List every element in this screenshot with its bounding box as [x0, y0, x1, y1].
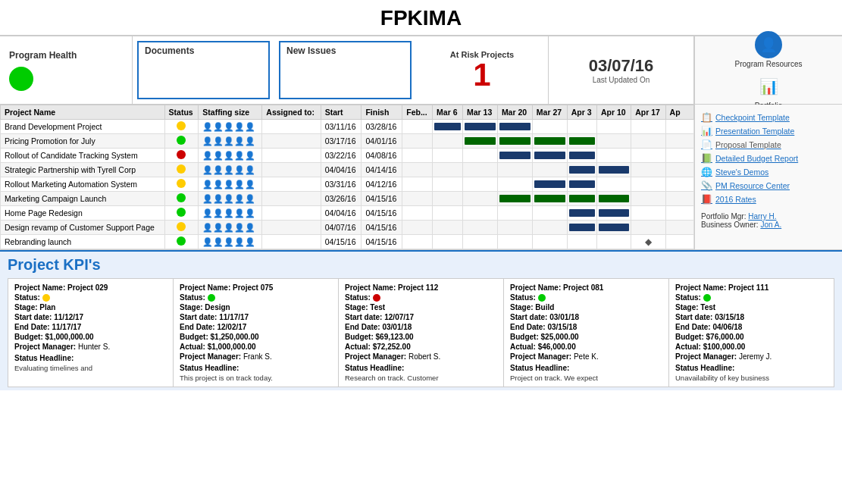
status-cell — [164, 134, 199, 149]
kpi-start: Start date: 03/15/18 — [675, 313, 828, 321]
staffing-cell: 👤👤👤👤👤 — [199, 221, 262, 235]
gantt-cell — [567, 120, 596, 134]
kpi-budget: Budget: $76,000.00 — [675, 333, 828, 341]
program-resources-link[interactable]: 👤 Program Resources — [735, 31, 803, 68]
sidebar-link-icon: 📊 — [701, 126, 712, 136]
last-updated-label: Last Updated On — [593, 76, 650, 84]
start-cell: 04/04/16 — [321, 206, 362, 221]
gantt-cell — [631, 163, 665, 177]
gantt-cell — [462, 177, 497, 192]
gantt-cell — [532, 221, 567, 235]
staffing-cell: 👤👤👤👤👤 — [199, 192, 262, 206]
kpi-section: Project KPI's Project Name: Project 029 … — [0, 250, 842, 390]
finish-cell: 04/15/16 — [362, 235, 402, 249]
assigned-cell — [262, 206, 321, 221]
gantt-cell — [532, 192, 567, 206]
sidebar-link-item[interactable]: 🌐Steve's Demos — [701, 165, 836, 179]
gantt-bar — [534, 180, 565, 188]
gantt-cell — [402, 177, 433, 192]
gantt-cell — [497, 134, 532, 149]
gantt-cell — [665, 149, 693, 163]
status-dot — [177, 179, 186, 188]
col-mar13: Mar 13 — [462, 105, 497, 120]
col-apr-more: Ap — [665, 105, 693, 120]
status-cell — [164, 235, 199, 249]
gantt-cell — [532, 235, 567, 249]
sidebar-link-item[interactable]: 📄Proposal Template — [701, 138, 836, 152]
gantt-cell — [665, 177, 693, 192]
program-health-label: Program Health — [9, 50, 77, 61]
gantt-cell — [596, 163, 631, 177]
kpi-start: Start date: 12/07/17 — [345, 313, 497, 321]
kpi-project-name: Project Name: Project 111 — [675, 283, 828, 292]
portfolio-mgr-name[interactable]: Harry H. — [748, 212, 776, 221]
sidebar-link-item[interactable]: 📋Checkpoint Template — [701, 111, 836, 124]
assigned-cell — [262, 221, 321, 235]
table-row: Home Page Redesign👤👤👤👤👤04/04/1604/15/16 — [1, 206, 694, 221]
kpi-headline: Status Headline: — [14, 354, 167, 362]
gantt-cell — [567, 235, 596, 249]
gantt-bar — [465, 123, 496, 130]
gantt-cell — [532, 149, 567, 163]
last-updated-date: 03/07/16 — [589, 56, 654, 76]
gantt-bar — [534, 137, 565, 145]
staffing-cell: 👤👤👤👤👤 — [199, 120, 262, 134]
gantt-cell — [497, 221, 532, 235]
gantt-cell — [433, 134, 463, 149]
gantt-cell — [631, 149, 665, 163]
table-row: Rebranding launch👤👤👤👤👤04/15/1604/15/16◆ — [1, 235, 694, 249]
table-header-row: Project Name Status Staffing size Assign… — [1, 105, 694, 120]
gantt-cell — [532, 120, 567, 134]
kpi-budget: Budget: $1,000,000.00 — [14, 333, 167, 341]
sidebar-link-item[interactable]: 📗Detailed Budget Report — [701, 152, 836, 165]
kpi-pm: Project Manager: Hunter S. — [14, 343, 167, 351]
gantt-cell — [631, 221, 665, 235]
sidebar-link-item[interactable]: 📊Presentation Template — [701, 124, 836, 138]
project-name-cell: Design revamp of Customer Support Page — [1, 221, 165, 235]
col-mar27: Mar 27 — [532, 105, 567, 120]
kpi-pm: Project Manager: Pete K. — [510, 352, 662, 361]
gantt-cell — [462, 235, 497, 249]
gantt-cell — [665, 221, 693, 235]
assigned-cell — [262, 134, 321, 149]
project-name-cell: Brand Development Project — [1, 120, 165, 134]
kpi-budget: Budget: $1,250,000.00 — [180, 333, 332, 341]
table-row: Pricing Promotion for July👤👤👤👤👤03/17/160… — [1, 134, 694, 149]
staffing-cell: 👤👤👤👤👤 — [199, 134, 262, 149]
gantt-bar — [499, 152, 531, 159]
table-row: Rollout Marketing Automation System👤👤👤👤👤… — [1, 177, 694, 192]
kpi-status-dot — [538, 294, 546, 302]
status-dot — [177, 121, 186, 130]
project-name-cell: Rollout Marketing Automation System — [1, 177, 165, 192]
sidebar-link-label: PM Resource Center — [715, 181, 790, 190]
gantt-cell — [567, 134, 596, 149]
sidebar-link-label: Steve's Demos — [715, 167, 768, 177]
col-apr10: Apr 10 — [596, 105, 631, 120]
finish-cell: 03/28/16 — [362, 120, 402, 134]
table-row: Rollout of Candidate Tracking System👤👤👤👤… — [1, 149, 694, 163]
gantt-cell — [462, 149, 497, 163]
status-dot — [177, 236, 186, 246]
new-issues-title: New Issues — [286, 45, 404, 56]
gantt-cell — [433, 149, 463, 163]
gantt-cell — [462, 206, 497, 221]
business-owner-name[interactable]: Jon A. — [760, 221, 781, 229]
project-name-cell: Pricing Promotion for July — [1, 134, 165, 149]
start-cell: 03/11/16 — [321, 120, 362, 134]
finish-cell: 04/15/16 — [362, 192, 402, 206]
gantt-cell — [532, 177, 567, 192]
staffing-cell: 👤👤👤👤👤 — [199, 206, 262, 221]
project-table: Project Name Status Staffing size Assign… — [0, 105, 694, 249]
col-staffing: Staffing size — [199, 105, 262, 120]
documents-panel: Documents — [137, 41, 270, 99]
start-cell: 04/07/16 — [321, 221, 362, 235]
gantt-cell — [402, 134, 433, 149]
sidebar-link-label: Checkpoint Template — [715, 113, 790, 122]
kpi-stage: Stage: Test — [675, 303, 828, 311]
finish-cell: 04/12/16 — [362, 177, 402, 192]
sidebar-link-item[interactable]: 📎PM Resource Center — [701, 179, 836, 193]
sidebar-link-icon: 📋 — [701, 112, 712, 123]
sidebar-link-item[interactable]: 📕2016 Rates — [701, 193, 836, 206]
gantt-cell — [462, 192, 497, 206]
status-dot — [177, 164, 186, 174]
